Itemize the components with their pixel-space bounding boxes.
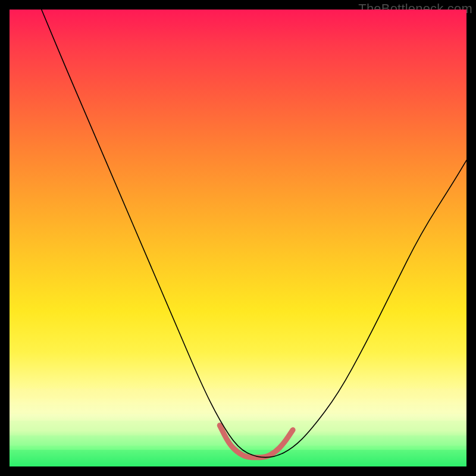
chart-frame: TheBottleneck.com: [0, 0, 476, 476]
main-curve-line: [42, 10, 466, 458]
trough-highlight-line: [220, 425, 293, 458]
chart-svg: [10, 10, 466, 466]
plot-area: [10, 10, 466, 466]
